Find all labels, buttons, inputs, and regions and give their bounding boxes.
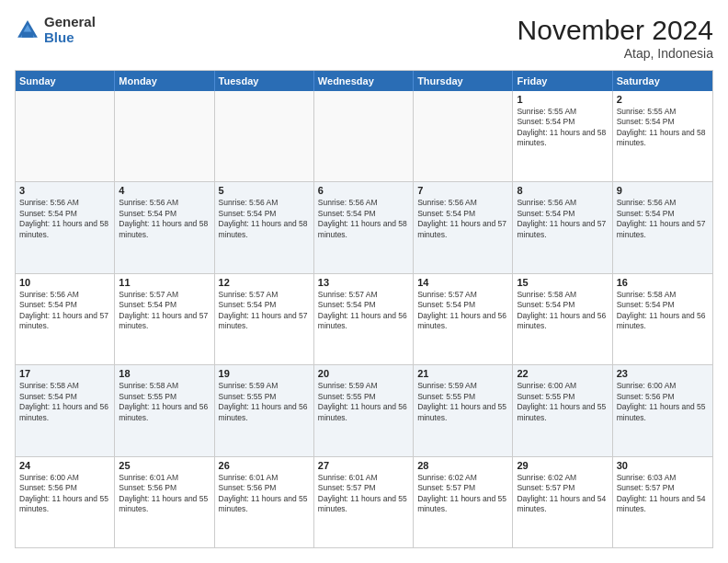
day-number: 22 [517,368,608,379]
day-number: 10 [19,277,110,288]
day-info: Sunrise: 6:03 AMSunset: 5:57 PMDaylight:… [617,473,709,515]
day-info: Sunrise: 5:55 AMSunset: 5:54 PMDaylight:… [517,107,608,149]
day-number: 24 [19,460,110,471]
day-number: 2 [617,94,709,105]
calendar-row: 17Sunrise: 5:58 AMSunset: 5:54 PMDayligh… [16,365,712,456]
day-cell: 22Sunrise: 6:00 AMSunset: 5:55 PMDayligh… [513,365,612,455]
day-cell: 1Sunrise: 5:55 AMSunset: 5:54 PMDaylight… [513,91,612,181]
day-cell: 23Sunrise: 6:00 AMSunset: 5:56 PMDayligh… [613,365,712,455]
day-cell: 27Sunrise: 6:01 AMSunset: 5:57 PMDayligh… [314,457,414,547]
day-number: 6 [318,185,409,196]
calendar-body: 1Sunrise: 5:55 AMSunset: 5:54 PMDaylight… [16,91,712,547]
day-cell: 14Sunrise: 5:57 AMSunset: 5:54 PMDayligh… [414,274,513,364]
logo-blue: Blue [44,29,74,45]
day-info: Sunrise: 5:58 AMSunset: 5:55 PMDaylight:… [119,381,210,423]
calendar-header: SundayMondayTuesdayWednesdayThursdayFrid… [16,71,712,91]
calendar-row: 3Sunrise: 5:56 AMSunset: 5:54 PMDaylight… [16,182,712,273]
day-cell: 13Sunrise: 5:57 AMSunset: 5:54 PMDayligh… [314,274,414,364]
logo-text: General Blue [44,15,96,45]
svg-rect-2 [22,31,33,37]
calendar-row: 24Sunrise: 6:00 AMSunset: 5:56 PMDayligh… [16,457,712,547]
day-info: Sunrise: 5:58 AMSunset: 5:54 PMDaylight:… [517,290,608,332]
day-info: Sunrise: 6:00 AMSunset: 5:56 PMDaylight:… [617,381,709,423]
page: General Blue November 2024 Atap, Indones… [0,0,728,563]
day-cell: 24Sunrise: 6:00 AMSunset: 5:56 PMDayligh… [16,457,115,547]
day-cell: 16Sunrise: 5:58 AMSunset: 5:54 PMDayligh… [613,274,712,364]
day-cell: 5Sunrise: 5:56 AMSunset: 5:54 PMDaylight… [215,182,314,272]
day-number: 3 [19,185,110,196]
title-block: November 2024 Atap, Indonesia [518,15,713,61]
day-number: 4 [119,185,210,196]
empty-cell [414,91,513,181]
day-cell: 30Sunrise: 6:03 AMSunset: 5:57 PMDayligh… [613,457,712,547]
day-cell: 9Sunrise: 5:56 AMSunset: 5:54 PMDaylight… [613,182,712,272]
logo: General Blue [15,15,96,45]
day-number: 26 [219,460,310,471]
day-number: 16 [617,277,709,288]
day-info: Sunrise: 5:58 AMSunset: 5:54 PMDaylight:… [617,290,709,332]
empty-cell [115,91,214,181]
day-info: Sunrise: 5:57 AMSunset: 5:54 PMDaylight:… [417,290,508,332]
day-number: 7 [417,185,508,196]
calendar-row: 1Sunrise: 5:55 AMSunset: 5:54 PMDaylight… [16,91,712,182]
day-number: 29 [517,460,608,471]
month-year: November 2024 [518,15,713,46]
day-number: 30 [617,460,709,471]
weekday-header: Thursday [414,71,513,91]
day-number: 18 [119,368,210,379]
empty-cell [215,91,314,181]
day-cell: 18Sunrise: 5:58 AMSunset: 5:55 PMDayligh… [115,365,214,455]
day-info: Sunrise: 5:55 AMSunset: 5:54 PMDaylight:… [617,107,709,149]
day-number: 9 [617,185,709,196]
day-number: 19 [219,368,310,379]
day-cell: 8Sunrise: 5:56 AMSunset: 5:54 PMDaylight… [513,182,612,272]
day-cell: 20Sunrise: 5:59 AMSunset: 5:55 PMDayligh… [314,365,414,455]
weekday-header: Sunday [16,71,115,91]
day-number: 25 [119,460,210,471]
day-info: Sunrise: 5:58 AMSunset: 5:54 PMDaylight:… [19,381,110,423]
weekday-header: Wednesday [314,71,414,91]
location: Atap, Indonesia [518,46,713,61]
day-number: 14 [417,277,508,288]
day-info: Sunrise: 5:56 AMSunset: 5:54 PMDaylight:… [219,198,310,240]
day-info: Sunrise: 5:59 AMSunset: 5:55 PMDaylight:… [417,381,508,423]
day-cell: 11Sunrise: 5:57 AMSunset: 5:54 PMDayligh… [115,274,214,364]
day-number: 13 [318,277,409,288]
day-cell: 19Sunrise: 5:59 AMSunset: 5:55 PMDayligh… [215,365,314,455]
day-number: 27 [318,460,409,471]
day-cell: 10Sunrise: 5:56 AMSunset: 5:54 PMDayligh… [16,274,115,364]
day-info: Sunrise: 5:56 AMSunset: 5:54 PMDaylight:… [318,198,409,240]
day-number: 8 [517,185,608,196]
day-cell: 2Sunrise: 5:55 AMSunset: 5:54 PMDaylight… [613,91,712,181]
weekday-header: Saturday [613,71,712,91]
day-cell: 12Sunrise: 5:57 AMSunset: 5:54 PMDayligh… [215,274,314,364]
day-info: Sunrise: 6:01 AMSunset: 5:57 PMDaylight:… [318,473,409,515]
day-info: Sunrise: 6:01 AMSunset: 5:56 PMDaylight:… [219,473,310,515]
day-cell: 6Sunrise: 5:56 AMSunset: 5:54 PMDaylight… [314,182,414,272]
day-cell: 26Sunrise: 6:01 AMSunset: 5:56 PMDayligh… [215,457,314,547]
weekday-header: Friday [513,71,612,91]
day-info: Sunrise: 6:01 AMSunset: 5:56 PMDaylight:… [119,473,210,515]
empty-cell [16,91,115,181]
day-info: Sunrise: 5:57 AMSunset: 5:54 PMDaylight:… [318,290,409,332]
header: General Blue November 2024 Atap, Indones… [15,15,713,61]
day-number: 5 [219,185,310,196]
day-info: Sunrise: 5:59 AMSunset: 5:55 PMDaylight:… [318,381,409,423]
day-cell: 17Sunrise: 5:58 AMSunset: 5:54 PMDayligh… [16,365,115,455]
calendar-row: 10Sunrise: 5:56 AMSunset: 5:54 PMDayligh… [16,274,712,365]
day-info: Sunrise: 5:56 AMSunset: 5:54 PMDaylight:… [19,198,110,240]
day-info: Sunrise: 5:56 AMSunset: 5:54 PMDaylight:… [517,198,608,240]
day-info: Sunrise: 6:02 AMSunset: 5:57 PMDaylight:… [417,473,508,515]
logo-general: General [44,14,96,29]
calendar: SundayMondayTuesdayWednesdayThursdayFrid… [15,70,713,548]
day-info: Sunrise: 5:56 AMSunset: 5:54 PMDaylight:… [119,198,210,240]
day-info: Sunrise: 6:00 AMSunset: 5:56 PMDaylight:… [19,473,110,515]
day-number: 17 [19,368,110,379]
logo-icon [15,17,40,43]
day-cell: 7Sunrise: 5:56 AMSunset: 5:54 PMDaylight… [414,182,513,272]
day-number: 21 [417,368,508,379]
day-info: Sunrise: 5:56 AMSunset: 5:54 PMDaylight:… [617,198,709,240]
day-info: Sunrise: 5:56 AMSunset: 5:54 PMDaylight:… [417,198,508,240]
day-number: 12 [219,277,310,288]
day-info: Sunrise: 6:02 AMSunset: 5:57 PMDaylight:… [517,473,608,515]
